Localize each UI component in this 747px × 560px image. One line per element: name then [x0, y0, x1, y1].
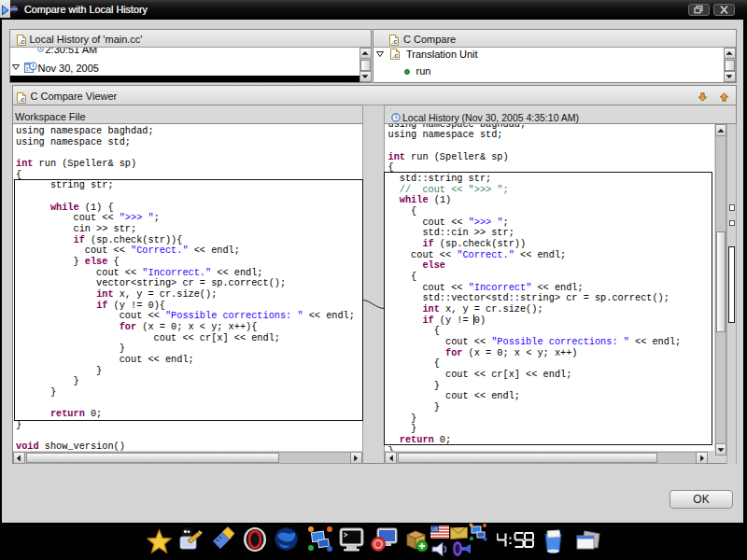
- svg-text:.c: .c: [392, 51, 399, 60]
- svg-text:.c: .c: [19, 95, 25, 104]
- svg-text:.c: .c: [19, 37, 25, 46]
- svg-text:.c: .c: [391, 37, 398, 46]
- svg-text:US: US: [431, 526, 439, 532]
